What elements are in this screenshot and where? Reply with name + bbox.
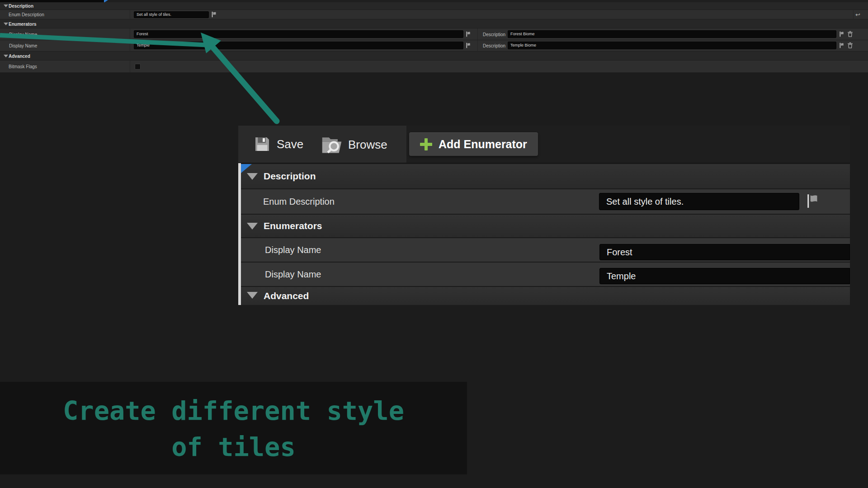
- column-divider[interactable]: [130, 28, 130, 40]
- mini-bitmask-flags-row: Bitmask Flags: [0, 61, 868, 72]
- flag-icon[interactable]: [466, 31, 472, 37]
- save-button[interactable]: Save: [253, 135, 303, 153]
- column-divider: [853, 10, 854, 19]
- flag-icon[interactable]: [211, 11, 217, 18]
- category-label: Enumerators: [9, 21, 37, 26]
- trash-icon[interactable]: [847, 31, 853, 37]
- chevron-down-icon[interactable]: [4, 23, 8, 25]
- display-name-input[interactable]: Temple: [134, 42, 463, 49]
- category-enumerators[interactable]: Enumerators: [241, 215, 850, 237]
- category-label: Advanced: [264, 291, 309, 301]
- reset-to-default-button[interactable]: ↩: [855, 11, 860, 18]
- display-name-label: Display Name: [9, 43, 37, 48]
- flag-icon[interactable]: [839, 42, 845, 48]
- mini-enumerator-row: Display Name Temple Description Temple B…: [0, 40, 868, 51]
- column-divider[interactable]: [130, 40, 130, 51]
- trash-icon[interactable]: [847, 42, 853, 48]
- display-name-label: Display Name: [9, 32, 37, 37]
- floppy-disk-icon: [253, 135, 271, 153]
- enumerator-row: Display Name Forest: [241, 238, 850, 262]
- add-enumerator-label: Add Enumerator: [439, 138, 527, 151]
- mini-enumerator-row: Display Name Forest Description Forest B…: [0, 28, 868, 40]
- category-label: Enumerators: [264, 221, 322, 231]
- plus-icon: [420, 138, 432, 150]
- display-name-label: Display Name: [265, 245, 321, 255]
- unreal-enum-editor-screenshot: Description Enum Description Set all sty…: [0, 0, 868, 488]
- flag-icon[interactable]: [839, 31, 845, 37]
- enumerator-row: Display Name Temple: [241, 263, 850, 286]
- enum-description-label: Enum Description: [9, 12, 44, 17]
- column-divider[interactable]: [130, 10, 130, 19]
- chevron-down-icon[interactable]: [247, 292, 258, 299]
- flag-icon[interactable]: [806, 193, 821, 209]
- chevron-down-icon[interactable]: [4, 55, 8, 57]
- category-label: Advanced: [9, 53, 30, 58]
- description-input[interactable]: Temple Biome: [508, 42, 836, 49]
- description-label: Description: [483, 32, 505, 37]
- mini-category-advanced[interactable]: Advanced: [0, 52, 868, 60]
- category-advanced[interactable]: Advanced: [241, 287, 850, 305]
- mini-category-description[interactable]: Description: [0, 2, 868, 9]
- add-enumerator-button[interactable]: Add Enumerator: [409, 132, 538, 156]
- description-input[interactable]: Forest Biome: [508, 30, 836, 38]
- display-name-label: Display Name: [265, 269, 321, 280]
- enum-description-row: Enum Description Set all style of tiles.: [241, 189, 850, 214]
- display-name-input[interactable]: Temple: [599, 268, 850, 284]
- category-label: Description: [9, 4, 33, 9]
- enum-description-input[interactable]: Set all style of tiles.: [134, 11, 209, 18]
- column-divider[interactable]: [130, 61, 130, 72]
- enum-description-input[interactable]: Set all style of tiles.: [599, 193, 799, 210]
- browse-button[interactable]: Browse: [321, 135, 387, 155]
- zoomed-details-panel: Save Browse Add Enumerator Description E…: [238, 126, 850, 305]
- description-label: Description: [483, 43, 505, 48]
- caption-line-1: Create different style: [0, 393, 467, 429]
- caption-box: Create different style of tiles: [0, 382, 467, 474]
- caption-line-2: of tiles: [0, 429, 467, 465]
- blue-corner-marker: [241, 164, 252, 173]
- mini-category-enumerators[interactable]: Enumerators: [0, 19, 868, 28]
- chevron-down-icon[interactable]: [4, 5, 8, 7]
- save-label: Save: [277, 137, 303, 151]
- display-name-input[interactable]: Forest: [599, 244, 850, 260]
- flag-icon[interactable]: [466, 42, 472, 48]
- column-divider: [477, 40, 478, 51]
- enum-description-label: Enum Description: [263, 197, 335, 207]
- display-name-input[interactable]: Forest: [134, 30, 463, 38]
- chevron-down-icon[interactable]: [247, 223, 258, 230]
- bitmask-flags-checkbox[interactable]: [135, 64, 141, 70]
- category-description[interactable]: Description: [241, 164, 850, 188]
- column-divider: [477, 28, 478, 40]
- mini-details-panel: Description Enum Description Set all sty…: [0, 0, 868, 73]
- bitmask-flags-label: Bitmask Flags: [9, 64, 37, 69]
- browse-label: Browse: [348, 138, 387, 152]
- chevron-down-icon[interactable]: [247, 173, 258, 180]
- category-label: Description: [264, 171, 316, 182]
- mini-enum-description-row: Enum Description Set all style of tiles.…: [0, 10, 868, 19]
- folder-search-icon: [321, 135, 343, 155]
